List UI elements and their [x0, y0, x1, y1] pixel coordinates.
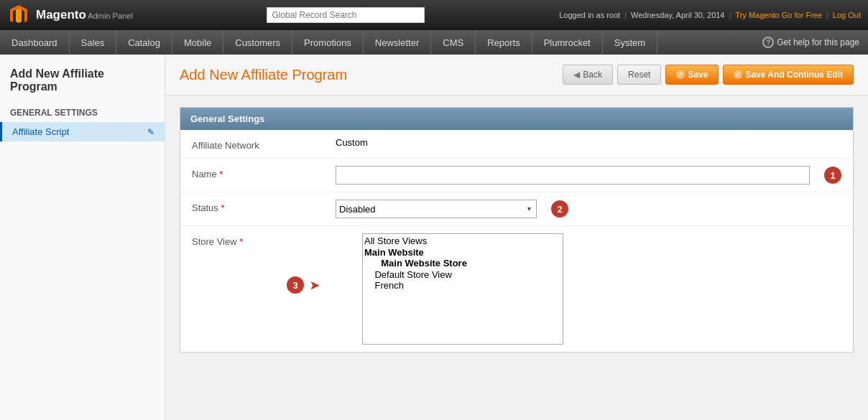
save-continue-button[interactable]: ✓ Save And Continue Edit: [723, 65, 854, 85]
status-label: Status *: [192, 200, 336, 213]
get-help-text: Get help for this page: [777, 37, 859, 47]
name-input[interactable]: [336, 166, 810, 185]
store-option-all: All Store Views: [364, 235, 561, 247]
affiliate-network-text: Custom: [336, 137, 368, 148]
logo-brand: Magento Admin Panel: [36, 8, 133, 22]
form-content: General Settings Affiliate Network Custo…: [165, 95, 868, 375]
affiliate-network-label: Affiliate Network: [192, 137, 336, 151]
nav-bar: Dashboard Sales Catalog Mobile Customers…: [0, 30, 868, 55]
help-circle-icon: ?: [762, 37, 774, 48]
nav-plumrocket[interactable]: Plumrocket: [532, 30, 603, 55]
store-view-listbox[interactable]: All Store Views Main Website Main Websit…: [362, 233, 563, 345]
name-row: Name * 1: [180, 159, 853, 192]
sep1: |: [624, 11, 627, 19]
edit-icon: ✎: [147, 127, 154, 137]
store-view-row: Store View * 3 ➤ All Store: [180, 226, 853, 352]
annotation-3-wrapper: 3 ➤: [278, 276, 319, 294]
annotation-3-arrow: ➤: [310, 279, 319, 292]
sidebar: Add New Affiliate Program General Settin…: [0, 55, 165, 420]
nav-catalog[interactable]: Catalog: [116, 30, 172, 55]
nav-system[interactable]: System: [603, 30, 657, 55]
back-button[interactable]: ◀ Back: [563, 65, 613, 85]
status-required: *: [221, 202, 224, 213]
affiliate-network-value: Custom: [336, 137, 841, 148]
save-button[interactable]: ✓ Save: [665, 65, 719, 85]
nav-promotions[interactable]: Promotions: [292, 30, 364, 55]
store-view-required: *: [239, 236, 243, 247]
nav-dashboard[interactable]: Dashboard: [0, 30, 70, 55]
logout-link[interactable]: Log Out: [833, 11, 861, 19]
name-annotate-wrapper: 1: [336, 166, 841, 185]
store-view-annotate-wrapper: 3 ➤ All Store Views Main Website Main We…: [336, 233, 841, 345]
search-area: [133, 7, 559, 23]
content-wrapper: Add New Affiliate Program General Settin…: [0, 55, 868, 420]
nav-reports[interactable]: Reports: [476, 30, 532, 55]
search-input[interactable]: [267, 7, 425, 23]
store-view-field-wrapper: 3 ➤ All Store Views Main Website Main We…: [336, 233, 841, 345]
store-view-label: Store View *: [192, 233, 336, 247]
status-select[interactable]: Disabled Enabled: [336, 200, 537, 218]
date-text: Wednesday, April 30, 2014: [631, 11, 724, 19]
status-row: Status * Disabled Enabled 2: [180, 192, 853, 226]
nav-sales[interactable]: Sales: [70, 30, 117, 55]
annotation-2: 2: [551, 200, 568, 218]
store-option-main-website-store: Main Website Store: [364, 258, 561, 269]
reset-button[interactable]: Reset: [617, 65, 661, 85]
save-continue-check-icon: ✓: [734, 70, 742, 79]
sidebar-item-label: Affiliate Script: [12, 126, 69, 137]
store-option-french: French: [364, 280, 561, 291]
nav-mobile[interactable]: Mobile: [172, 30, 223, 55]
sidebar-item-affiliate-script[interactable]: Affiliate Script ✎: [0, 122, 165, 141]
annotation-3: 3: [287, 276, 304, 294]
top-bar: Magento Admin Panel Logged in as root | …: [0, 0, 868, 30]
page-header-title: Add New Affiliate Program: [180, 67, 347, 83]
sidebar-title: Add New Affiliate Program: [0, 62, 165, 103]
status-field-wrapper: Disabled Enabled 2: [336, 200, 841, 218]
store-view-select[interactable]: All Store Views Main Website Main Websit…: [363, 234, 563, 344]
save-check-icon: ✓: [676, 70, 685, 79]
name-required: *: [219, 169, 223, 179]
sep2: |: [729, 11, 731, 19]
sep3: |: [826, 11, 828, 19]
back-arrow-icon: ◀: [573, 70, 580, 80]
get-help[interactable]: ? Get help for this page: [754, 30, 868, 55]
main-content: Add New Affiliate Program ◀ Back Reset ✓…: [165, 55, 868, 420]
header-buttons: ◀ Back Reset ✓ Save ✓ Save And Continue …: [563, 65, 854, 85]
name-label: Name *: [192, 166, 336, 179]
name-field-wrapper: 1: [336, 166, 841, 185]
general-settings-section: General Settings Affiliate Network Custo…: [180, 107, 854, 353]
magento-logo-icon: [7, 4, 30, 27]
section-header: General Settings: [180, 108, 853, 130]
logo-area: Magento Admin Panel: [7, 4, 133, 27]
nav-cms[interactable]: CMS: [431, 30, 476, 55]
sidebar-section-label: General Settings: [0, 103, 165, 122]
nav-newsletter[interactable]: Newsletter: [364, 30, 431, 55]
try-magento-link[interactable]: Try Magento Go for Free: [735, 11, 822, 19]
store-option-main-website: Main Website: [364, 247, 561, 258]
annotation-1: 1: [824, 167, 841, 184]
logged-in-text: Logged in as root: [559, 11, 620, 19]
status-annotate-wrapper: Disabled Enabled 2: [336, 200, 841, 218]
affiliate-network-row: Affiliate Network Custom: [180, 130, 853, 159]
status-select-wrapper: Disabled Enabled: [336, 200, 537, 218]
nav-customers[interactable]: Customers: [223, 30, 292, 55]
store-option-default: Default Store View: [364, 269, 561, 281]
page-header: Add New Affiliate Program ◀ Back Reset ✓…: [165, 55, 868, 95]
top-right-info: Logged in as root | Wednesday, April 30,…: [559, 11, 861, 19]
